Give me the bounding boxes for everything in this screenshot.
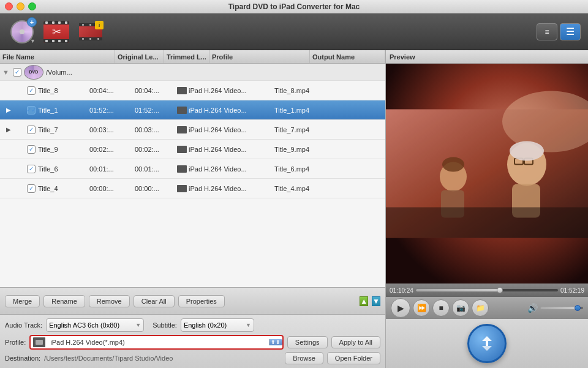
original-length: 00:02:... <box>89 146 132 153</box>
convert-arrows-icon <box>476 332 498 355</box>
merge-button[interactable]: Merge <box>5 295 40 307</box>
file-name: Title_9 <box>38 146 87 153</box>
file-name: Title_6 <box>38 165 87 173</box>
row-checkbox[interactable] <box>27 126 36 134</box>
main-area: File Name Original Le... Trimmed L... Pr… <box>0 50 588 368</box>
table-row[interactable]: ▶ Title_7 00:03:... 00:03:... iPad H.264… <box>0 120 385 140</box>
close-button[interactable] <box>5 2 13 10</box>
subtitle-value: English (0x20) <box>184 321 227 329</box>
output-name: Title_7.mp4 <box>274 126 383 133</box>
apply-to-all-button[interactable]: Apply to All <box>331 336 380 348</box>
preview-video <box>386 64 588 284</box>
parent-checkbox[interactable] <box>13 68 21 77</box>
output-name: Title_6.mp4 <box>274 165 383 173</box>
row-checkbox[interactable] <box>27 165 36 173</box>
table-row[interactable]: ▶ ✓ Title_1 01:52:... 01:52:... iPad H.2… <box>0 100 385 120</box>
volume-icon: 🔊 <box>527 303 538 313</box>
play-pause-button[interactable]: ▶ <box>391 298 410 318</box>
move-up-button[interactable]: ▲ <box>360 296 368 306</box>
clip-button[interactable]: i <box>76 17 105 47</box>
mini-film-icon <box>177 146 187 153</box>
volume-bar[interactable] <box>540 307 583 309</box>
progress-fill <box>416 289 501 291</box>
open-folder-button[interactable]: Open Folder <box>327 352 380 364</box>
progress-thumb[interactable] <box>497 287 503 293</box>
trimmed-length: 00:04:... <box>135 87 175 94</box>
profile-select-arrow-icon: ⬆⬇ <box>269 339 282 345</box>
output-name: Title_1.mp4 <box>274 107 383 114</box>
table-row[interactable]: Title_6 00:01:... 00:01:... iPad H.264 V… <box>0 159 385 179</box>
remove-button[interactable]: Remove <box>89 295 130 307</box>
stop-button[interactable]: ■ <box>432 299 450 317</box>
time-total: 01:52:19 <box>560 287 584 294</box>
view-toggle: ≡ ☰ <box>537 23 581 40</box>
profile-cell: iPad H.264 Video... <box>177 165 272 173</box>
settings-button[interactable]: Settings <box>287 336 328 348</box>
title-bar: Tipard DVD to iPad Converter for Mac <box>0 0 588 13</box>
properties-button[interactable]: Properties <box>178 295 225 307</box>
row-checkbox[interactable] <box>27 184 36 193</box>
mini-film-icon <box>177 107 187 114</box>
th-trimmed: Trimmed L... <box>164 50 209 63</box>
profile-select[interactable]: iPad H.264 Video(*.mp4) ⬆⬇ <box>29 335 284 350</box>
folder-button[interactable]: 📁 <box>472 299 489 317</box>
profile-cell: iPad H.264 Video... <box>177 107 272 114</box>
progress-bar[interactable] <box>416 289 558 291</box>
window-title: Tipard DVD to iPad Converter for Mac <box>228 2 360 11</box>
preview-label: Preview <box>386 50 588 64</box>
profile-film-icon <box>33 337 45 347</box>
original-length: 01:52:... <box>89 107 132 114</box>
audio-track-select[interactable]: English AC3 6ch (0x80) ▼ <box>46 318 144 332</box>
scissors-icon: ✂ <box>52 25 61 39</box>
clear-all-button[interactable]: Clear All <box>134 295 175 307</box>
preview-panel: Preview <box>386 50 588 368</box>
profile-value: iPad H.264 Video(*.mp4) <box>48 339 269 346</box>
file-name: Title_4 <box>38 185 87 192</box>
trimmed-length: 00:03:... <box>135 126 175 133</box>
collapse-icon: ▼ <box>2 69 9 76</box>
playback-controls: ▶ ⏩ ■ 📷 📁 🔊 <box>386 297 588 319</box>
convert-button[interactable] <box>467 324 507 363</box>
table-row[interactable]: Title_9 00:02:... 00:02:... iPad H.264 V… <box>0 140 385 159</box>
minimize-button[interactable] <box>17 2 24 10</box>
trimmed-length: 00:02:... <box>135 146 175 153</box>
fast-forward-button[interactable]: ⏩ <box>413 299 430 317</box>
table-row[interactable]: Title_8 00:04:... 00:04:... iPad H.264 V… <box>0 81 385 100</box>
parent-row[interactable]: ▼ DVD /Volum... <box>0 64 385 81</box>
film-edit-icon: ✂ <box>43 21 69 43</box>
maximize-button[interactable] <box>28 2 36 10</box>
profile-label: Profile: <box>5 339 26 346</box>
original-length: 00:01:... <box>89 165 132 173</box>
mini-film-icon <box>177 185 187 192</box>
add-dvd-button[interactable]: + ▼ <box>7 17 37 47</box>
edit-video-button[interactable]: ✂ <box>42 17 71 47</box>
audio-track-label: Audio Track: <box>5 321 42 329</box>
time-current: 01:10:24 <box>390 287 413 294</box>
action-bar: Merge Rename Remove Clear All Properties… <box>0 287 385 314</box>
trimmed-length: 00:01:... <box>135 165 175 173</box>
trimmed-length: 01:52:... <box>135 107 175 114</box>
audio-select-arrow-icon: ▼ <box>135 322 141 328</box>
list-view-icon: ≡ <box>545 28 549 36</box>
file-panel: File Name Original Le... Trimmed L... Pr… <box>0 50 386 368</box>
rename-button[interactable]: Rename <box>43 295 85 307</box>
browse-button[interactable]: Browse <box>285 352 323 364</box>
volume-thumb[interactable] <box>575 305 581 311</box>
play-icon <box>17 185 24 192</box>
parent-path: /Volum... <box>46 69 72 76</box>
move-down-button[interactable]: ▼ <box>372 296 380 306</box>
destination-path: /Users/test/Documents/Tipard Studio/Vide… <box>44 355 281 362</box>
row-checkbox[interactable] <box>27 145 36 154</box>
row-checkbox[interactable] <box>27 86 36 95</box>
subtitle-label: Subtitle: <box>153 321 177 329</box>
table-row[interactable]: Title_4 00:00:... 00:00:... iPad H.264 V… <box>0 179 385 198</box>
row-indent: ▶ <box>2 107 15 113</box>
grid-view-button[interactable]: ☰ <box>560 23 581 40</box>
screenshot-button[interactable]: 📷 <box>452 299 469 317</box>
list-view-button[interactable]: ≡ <box>537 23 557 40</box>
play-icon <box>17 126 24 133</box>
row-indent: ▶ <box>2 126 15 133</box>
subtitle-select[interactable]: English (0x20) ▼ <box>181 318 254 332</box>
row-checkbox[interactable]: ✓ <box>27 106 36 115</box>
clip-icon: i <box>78 21 104 43</box>
